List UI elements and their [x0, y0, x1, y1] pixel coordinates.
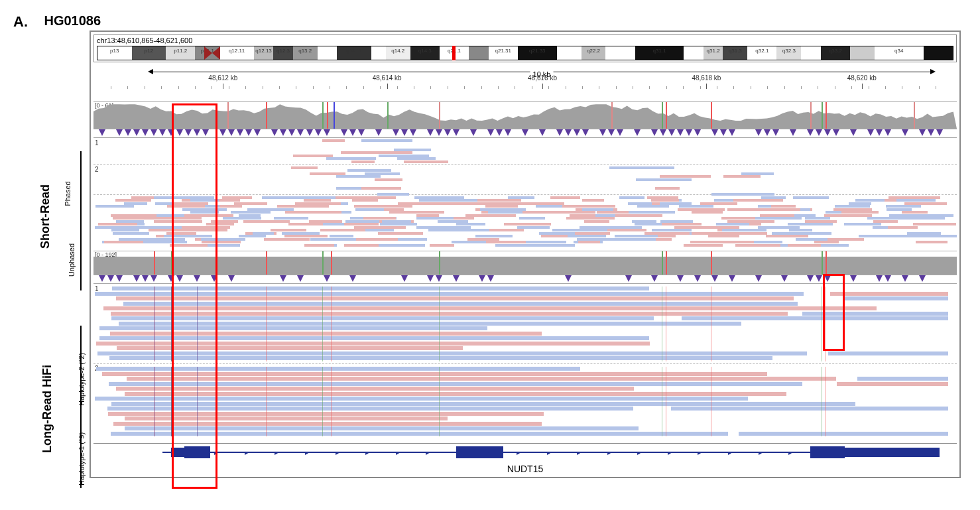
long-read [125, 392, 786, 396]
insertion-icon [617, 129, 623, 136]
insertion-icon [764, 129, 770, 136]
short-read [904, 202, 948, 205]
insertion-icon [599, 129, 606, 136]
long-read [682, 316, 948, 320]
short-read [758, 226, 800, 229]
ruler-tick-label: 48,616 kb [528, 74, 557, 82]
unphased-label: Unphased [68, 243, 76, 277]
hap1-label: Haplotype-1 (*9) [78, 432, 86, 485]
long-read-coverage: [0 - 192] [93, 251, 957, 275]
insertion-icon [393, 129, 399, 136]
short-read [419, 199, 463, 202]
ideogram-band: q31.3 [723, 46, 747, 60]
short-read [793, 196, 829, 199]
insertion-icon [487, 275, 494, 282]
genomic-ruler[interactable]: 10 kb 48,612 kb48,614 kb48,616 kb48,618 … [93, 65, 957, 101]
divider [93, 194, 957, 195]
insertion-icon [176, 129, 183, 136]
chromosome-ideogram[interactable]: p13p12p11.2p11.1q12.11q12.13q12.3q13.2q1… [97, 46, 953, 60]
short-read [116, 220, 144, 223]
gene-annotation-track[interactable]: NUDT15 ▸▸▸▸▸▸▸▸▸▸▸▸▸▸▸▸▸▸▸▸ [93, 443, 957, 477]
short-read [628, 202, 652, 205]
insertion-icon [349, 275, 356, 282]
long-read [95, 397, 748, 401]
insertion-icon [315, 129, 322, 136]
variant-stripe [227, 102, 229, 129]
short-read [190, 199, 219, 202]
centromere-icon [212, 46, 220, 60]
strand-arrow-icon: ▸ [365, 449, 369, 456]
insertion-icon [358, 129, 365, 136]
insertion-icon [194, 129, 200, 136]
insertion-icon [297, 275, 304, 282]
sr-hap2-num: 2 [95, 166, 99, 173]
short-read-alignments[interactable]: 1 2 [93, 137, 957, 251]
short-read [239, 214, 261, 217]
gene-name: NUDT15 [507, 464, 543, 474]
short-read [399, 149, 430, 151]
variant-stripe [666, 251, 667, 275]
short-read [647, 196, 678, 199]
short-read [373, 244, 425, 247]
insertion-icon [885, 275, 891, 282]
short-read [735, 244, 781, 247]
insertion-icon [711, 275, 718, 282]
long-read-insertion-row [93, 275, 957, 283]
long-read [125, 416, 448, 420]
short-read [578, 241, 600, 243]
insertion-icon [194, 275, 200, 282]
short-read [550, 196, 580, 199]
short-read [632, 220, 656, 223]
insertion-icon [401, 129, 408, 136]
short-read [452, 202, 499, 205]
short-read [112, 226, 150, 229]
short-read [355, 208, 384, 211]
long-read [113, 422, 542, 426]
variant-stripe [711, 102, 712, 129]
long-read [99, 326, 487, 330]
long-read [109, 356, 773, 360]
short-read [644, 232, 696, 235]
short-read [660, 175, 711, 178]
strand-arrow-icon: ▸ [245, 449, 248, 456]
short-read-coverage-track[interactable]: [0 - 61] [93, 101, 957, 129]
short-read [499, 199, 521, 202]
ideogram-band: q22.2 [582, 46, 606, 60]
short-read [600, 238, 629, 241]
insertion-icon [556, 129, 563, 136]
short-read [223, 217, 261, 220]
insertion-icon [565, 275, 572, 282]
insertion-icon [807, 129, 814, 136]
ideogram-band: p12 [132, 46, 166, 60]
long-read [111, 316, 654, 320]
ideogram-band [469, 46, 488, 60]
short-read [489, 229, 524, 231]
short-read [892, 235, 944, 237]
insertion-icon [660, 129, 666, 136]
variant-stripe [914, 102, 915, 129]
short-read [522, 211, 570, 214]
insertion-icon [453, 129, 459, 136]
long-read-alignments[interactable]: 1 2 [93, 283, 957, 443]
short-read [304, 199, 330, 202]
short-read [284, 235, 328, 237]
short-read [310, 172, 345, 175]
long-read-coverage-track[interactable]: [0 - 192] [93, 251, 957, 275]
variant-stripe [331, 251, 332, 275]
short-read [282, 232, 320, 235]
short-read [291, 166, 318, 169]
short-read [900, 217, 945, 220]
short-read [637, 205, 669, 208]
short-read [219, 205, 243, 208]
variant-stripe [439, 102, 440, 129]
ruler-tick [387, 84, 388, 89]
ideogram-band: q14.3 [410, 46, 440, 60]
short-read [575, 232, 610, 235]
short-read [841, 211, 879, 214]
short-read [206, 223, 234, 225]
insertion-icon [133, 275, 140, 282]
insertion-icon [711, 129, 718, 136]
short-read [298, 211, 341, 214]
short-read [426, 226, 471, 229]
strand-arrow-icon: ▸ [637, 449, 641, 456]
